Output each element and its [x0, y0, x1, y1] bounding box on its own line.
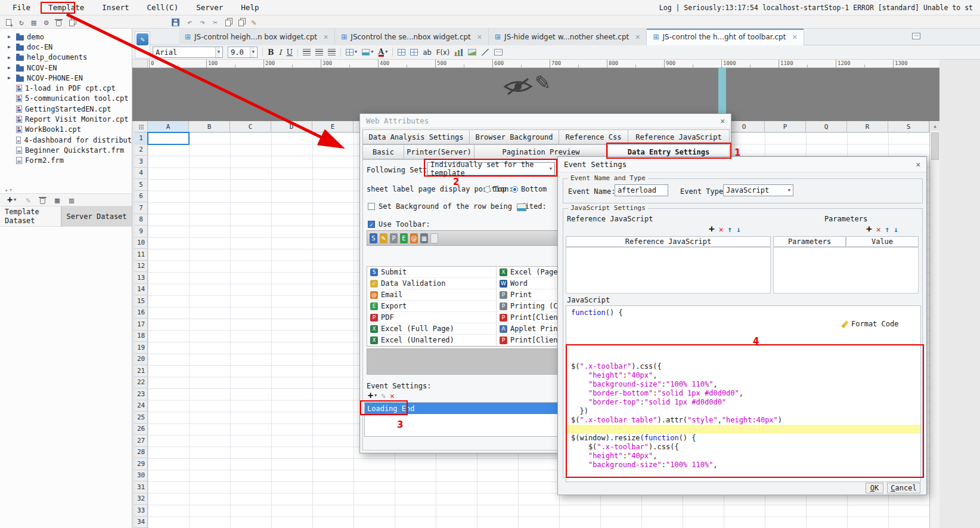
row-header-33[interactable]: 33	[135, 505, 148, 517]
tab-document-3[interactable]: ⊞JS-hide widget w...nother sheet.cpt✕	[489, 29, 647, 45]
font-color-button[interactable]: A▼	[379, 48, 388, 57]
close-tab-icon[interactable]: ✕	[635, 33, 640, 41]
row-header-19[interactable]: 19	[135, 342, 148, 354]
print-icon[interactable]: P	[390, 233, 398, 243]
column-header-E[interactable]: E	[312, 121, 353, 132]
row-header-32[interactable]: 32	[135, 493, 148, 505]
tab-data-analysis-settings[interactable]: Data Analysis Settings	[362, 129, 470, 144]
following-settings-select[interactable]: Individually set for the template ▼	[427, 162, 555, 175]
column-header-B[interactable]: B	[189, 121, 230, 132]
row-header-18[interactable]: 18	[135, 331, 148, 342]
insert-widget-icon[interactable]	[494, 49, 503, 55]
tree-item-doc-en[interactable]: ▶doc-EN	[0, 42, 132, 52]
row-header-12[interactable]: 12	[135, 261, 148, 273]
tree-item-form2-frm[interactable]: Form2.frm	[0, 156, 132, 166]
delete-icon[interactable]	[56, 20, 61, 26]
reference-js-table-body[interactable]	[566, 247, 771, 294]
row-header-34[interactable]: 34	[135, 517, 148, 528]
toolbar-item-excel-full-page-[interactable]: XExcel (Full Page)	[367, 323, 497, 334]
cut-icon[interactable]: ✂	[213, 18, 218, 26]
refresh-icon[interactable]: ↻	[19, 18, 24, 26]
expand-arrow-icon[interactable]: ▶	[8, 34, 13, 39]
add-event-icon[interactable]: +▼	[368, 391, 377, 400]
insert-text-button[interactable]: ab	[423, 48, 431, 57]
export-icon[interactable]: E	[400, 233, 408, 243]
background-picker-icon[interactable]	[517, 203, 526, 211]
close-tab-icon[interactable]: ✕	[323, 33, 328, 41]
tree-item-gettingstarteden-cpt[interactable]: GettingStartedEN.cpt	[0, 104, 132, 114]
batch-edit-icon[interactable]: ▥	[69, 196, 74, 204]
preview-dataset-icon[interactable]: ▦	[55, 196, 60, 204]
move-down-icon[interactable]: ↓	[894, 226, 898, 233]
tree-item-workbook1-cpt[interactable]: WorkBook1.cpt	[0, 125, 132, 135]
column-header-D[interactable]: D	[271, 121, 312, 132]
row-header-9[interactable]: 9	[135, 226, 148, 237]
fill-color-icon[interactable]: ▼	[362, 49, 373, 55]
row-header-13[interactable]: 13	[135, 272, 148, 284]
row-header-10[interactable]: 10	[135, 237, 148, 249]
column-header-Q[interactable]: Q	[806, 121, 847, 132]
insert-formula-button[interactable]: F(x)	[436, 48, 449, 57]
javascript-code-editor[interactable]: function() {​​​​​$(".x-toolbar").css({ "…	[566, 305, 921, 482]
row-header-22[interactable]: 22	[135, 377, 148, 389]
column-header-R[interactable]: R	[847, 121, 888, 132]
add-dataset-icon[interactable]: +▼	[7, 196, 16, 205]
toolbar-item-data-validation[interactable]: ✓Data Validation	[367, 278, 497, 289]
settings-icon[interactable]: ⚙	[44, 18, 49, 26]
row-header-6[interactable]: 6	[135, 191, 148, 203]
edit-dataset-icon[interactable]: ✎	[26, 196, 30, 204]
delete-event-icon[interactable]: ✕	[390, 392, 395, 400]
column-header-P[interactable]: P	[765, 121, 806, 132]
save-icon[interactable]	[172, 18, 179, 26]
menu-help[interactable]: Help	[232, 0, 268, 15]
font-family-select[interactable]: Arial▼	[153, 47, 223, 58]
use-toolbar-checkbox[interactable]: ✓	[368, 221, 375, 228]
widget-icon[interactable]: ▦	[420, 233, 428, 243]
menu-insert[interactable]: Insert	[93, 0, 138, 15]
close-icon[interactable]	[916, 160, 920, 169]
column-header-C[interactable]: C	[230, 121, 271, 132]
copy-icon[interactable]	[69, 20, 75, 26]
format-painter-icon[interactable]: ✎	[252, 18, 256, 26]
column-header-S[interactable]: S	[888, 121, 929, 132]
format-code-button[interactable]: Format Code	[843, 320, 898, 328]
new-report-icon[interactable]	[6, 19, 11, 26]
report-list-icon[interactable]: ▤	[32, 18, 36, 26]
menu-file[interactable]: File	[4, 0, 39, 15]
tab-basic[interactable]: Basic	[362, 144, 404, 159]
log-status-text[interactable]: Log | Seriously:13:17:54 localhost-start…	[659, 4, 980, 12]
insert-image-icon[interactable]	[468, 49, 476, 55]
row-header-3[interactable]: 3	[135, 156, 148, 168]
selected-cell-a1[interactable]	[147, 132, 190, 145]
cell-edit-icon[interactable]: ✎	[137, 33, 148, 45]
align-right-icon[interactable]	[328, 49, 336, 55]
align-center-icon[interactable]	[315, 49, 323, 55]
expand-arrow-icon[interactable]: ▶	[8, 65, 13, 70]
undo-icon[interactable]: ↶	[187, 18, 192, 26]
tab-browser-background[interactable]: Browser Background	[470, 129, 559, 144]
move-up-icon[interactable]: ↑	[727, 226, 732, 233]
toolbar-item-export[interactable]: EExport	[367, 301, 497, 311]
bold-button[interactable]: B	[268, 48, 274, 57]
tab-document-1[interactable]: ⊞JS-control heigh...n box widget.cpt✕	[179, 29, 335, 45]
font-size-select[interactable]: 9.0▼	[228, 47, 258, 58]
scroll-up-icon[interactable]: ▲	[931, 122, 939, 131]
italic-button[interactable]: I	[279, 48, 282, 57]
column-header-A[interactable]: A	[148, 121, 189, 132]
tree-item-report-visit-monitor-cpt[interactable]: Report Visit Monitor.cpt	[0, 114, 132, 124]
add-icon[interactable]: +	[709, 224, 715, 234]
expand-arrow-icon[interactable]: ▶	[8, 44, 13, 50]
add-icon[interactable]: +	[866, 224, 872, 234]
unmerge-cells-icon[interactable]	[410, 49, 418, 55]
tree-item-1-load-in-pdf-cpt-cpt[interactable]: 1-load in PDF cpt.cpt	[0, 83, 132, 93]
insert-chart-icon[interactable]	[454, 49, 463, 56]
scrollbar-thumb[interactable]	[931, 132, 939, 160]
row-header-4[interactable]: 4	[135, 168, 148, 180]
window-layout-icon[interactable]	[912, 33, 920, 39]
tab-document-2[interactable]: ⊞JScontrol the se...nbox widget.cpt✕	[335, 29, 489, 45]
remove-icon[interactable]: ✕	[719, 226, 724, 233]
row-header-8[interactable]: 8	[135, 214, 148, 226]
merge-cells-icon[interactable]	[398, 49, 405, 55]
row-header-25[interactable]: 25	[135, 412, 148, 424]
move-down-icon[interactable]: ↓	[736, 226, 741, 233]
